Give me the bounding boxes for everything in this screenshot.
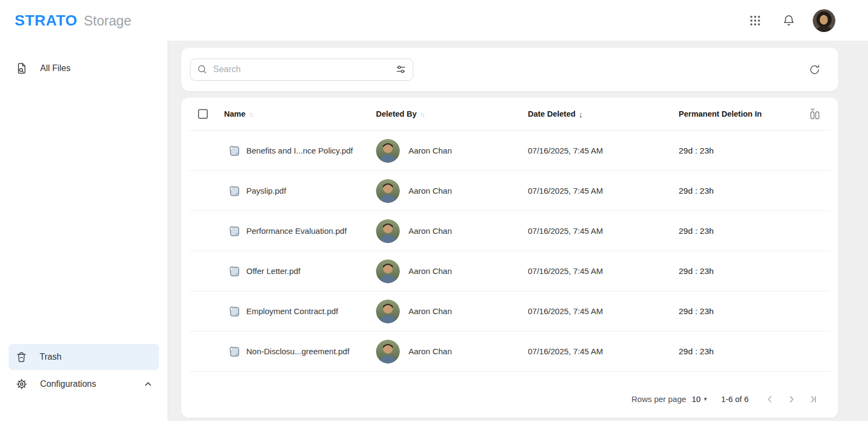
deleted-by-avatar [376, 259, 400, 283]
deleted-by-avatar [376, 340, 400, 363]
file-icon [227, 184, 240, 197]
app-header: STRATO Storage [0, 0, 868, 41]
sidebar-item-label: All Files [40, 63, 71, 73]
table-row[interactable]: Performance Evaluation.pdf Aaron Chan 07… [189, 211, 830, 251]
table-row[interactable]: Payslip.pdf Aaron Chan 07/16/2025, 7:45 … [189, 171, 830, 211]
permanent-deletion-countdown: 29d : 23h [679, 186, 800, 196]
sidebar-item-label: Configurations [40, 379, 96, 389]
date-deleted: 07/16/2025, 7:45 AM [528, 146, 679, 155]
search-icon [197, 64, 208, 75]
gear-icon [15, 378, 28, 391]
sort-desc-icon: ↓ [579, 110, 583, 119]
last-page-icon[interactable] [806, 392, 820, 406]
column-header-deleted-by[interactable]: Deleted By ↑↓ [376, 110, 528, 118]
date-deleted: 07/16/2025, 7:45 AM [528, 266, 679, 276]
manage-columns-icon[interactable] [809, 107, 821, 120]
column-header-permanent-deletion: Permanent Deletion In [679, 110, 800, 118]
user-avatar[interactable] [813, 9, 835, 32]
deleted-by-avatar [376, 139, 400, 163]
table-row[interactable]: Benefits and I...nce Policy.pdf Aaron Ch… [189, 131, 830, 171]
file-icon [227, 305, 240, 318]
brand-name: STRATO [15, 12, 78, 29]
file-name: Offer Letter.pdf [246, 266, 301, 276]
date-deleted: 07/16/2025, 7:45 AM [528, 186, 679, 195]
main-content: Name ↑↓ Deleted By ↑↓ Date Deleted ↓ Per… [168, 41, 868, 421]
table-row[interactable]: Non-Disclosu...greement.pdf Aaron Chan 0… [189, 331, 830, 372]
next-page-icon[interactable] [784, 392, 799, 406]
file-name: Benefits and I...nce Policy.pdf [246, 146, 353, 155]
table-row[interactable]: Employment Contract.pdf Aaron Chan 07/16… [189, 291, 830, 331]
permanent-deletion-countdown: 29d : 23h [679, 226, 800, 236]
column-header-name[interactable]: Name ↑↓ [224, 110, 376, 118]
notifications-bell-icon[interactable] [779, 11, 799, 30]
search-input[interactable] [213, 65, 390, 74]
file-icon [227, 225, 240, 238]
file-name: Employment Contract.pdf [246, 307, 338, 316]
trash-icon [15, 351, 28, 363]
sidebar: All Files Trash [0, 41, 168, 421]
column-header-date-deleted[interactable]: Date Deleted ↓ [528, 110, 679, 119]
sort-icon: ↑↓ [420, 110, 425, 118]
rows-per-page-label: Rows per page [631, 394, 686, 404]
header-actions [745, 9, 835, 32]
sidebar-item-label: Trash [40, 352, 61, 362]
date-deleted: 07/16/2025, 7:45 AM [528, 307, 679, 316]
chevron-up-icon[interactable] [144, 380, 152, 388]
file-name: Performance Evaluation.pdf [246, 226, 347, 235]
trash-table-card: Name ↑↓ Deleted By ↑↓ Date Deleted ↓ Per… [181, 98, 838, 418]
deleted-by-name: Aaron Chan [409, 266, 452, 276]
file-name: Non-Disclosu...greement.pdf [246, 347, 349, 356]
apps-grid-icon[interactable] [745, 11, 765, 30]
deleted-by-name: Aaron Chan [409, 226, 452, 235]
table-header-row: Name ↑↓ Deleted By ↑↓ Date Deleted ↓ Per… [189, 98, 830, 131]
sort-icon: ↑↓ [249, 110, 254, 118]
pagination-range: 1-6 of 6 [721, 394, 749, 404]
file-icon [227, 345, 240, 358]
sidebar-item-all-files[interactable]: All Files [9, 55, 159, 81]
toolbar-card [181, 48, 838, 91]
permanent-deletion-countdown: 29d : 23h [679, 146, 800, 156]
deleted-by-avatar [376, 219, 400, 243]
app-logo: STRATO Storage [15, 12, 131, 29]
caret-down-icon: ▾ [704, 396, 707, 403]
sidebar-item-configurations[interactable]: Configurations [9, 371, 159, 397]
select-all-checkbox[interactable] [198, 109, 208, 119]
deleted-by-avatar [376, 299, 400, 323]
date-deleted: 07/16/2025, 7:45 AM [528, 226, 679, 235]
table-footer: Rows per page 10 ▾ 1-6 of 6 [189, 372, 830, 418]
deleted-by-name: Aaron Chan [409, 347, 452, 356]
prev-page-icon[interactable] [763, 392, 777, 406]
file-search-icon [15, 62, 28, 75]
file-icon [227, 265, 240, 278]
permanent-deletion-countdown: 29d : 23h [679, 347, 800, 356]
date-deleted: 07/16/2025, 7:45 AM [528, 347, 679, 356]
file-icon [227, 144, 240, 157]
deleted-by-avatar [376, 179, 400, 203]
permanent-deletion-countdown: 29d : 23h [679, 266, 800, 276]
sidebar-item-trash[interactable]: Trash [9, 344, 159, 370]
file-name: Payslip.pdf [246, 186, 286, 195]
refresh-icon[interactable] [805, 60, 824, 79]
deleted-by-name: Aaron Chan [409, 307, 452, 316]
product-name: Storage [84, 13, 132, 29]
deleted-by-name: Aaron Chan [409, 186, 452, 195]
rows-per-page-select[interactable]: 10 ▾ [692, 394, 707, 404]
filter-sliders-icon[interactable] [395, 64, 406, 75]
table-row[interactable]: Offer Letter.pdf Aaron Chan 07/16/2025, … [189, 251, 830, 291]
search-box[interactable] [190, 59, 413, 81]
deleted-by-name: Aaron Chan [409, 146, 452, 155]
permanent-deletion-countdown: 29d : 23h [679, 307, 800, 316]
